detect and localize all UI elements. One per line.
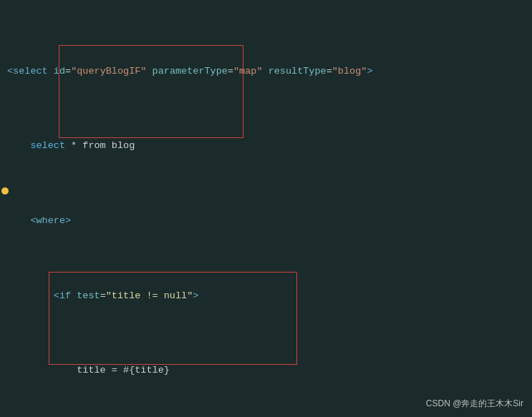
- line-3: <where>: [0, 214, 532, 229]
- line-2: select * from blog: [0, 139, 532, 154]
- code-lines: <select id="queryBlogIF" parameterType="…: [0, 0, 532, 417]
- watermark: CSDN @奔走的王木木Sir: [426, 398, 523, 410]
- line-5: title = #{title}: [0, 363, 532, 378]
- yellow-bullet: [1, 187, 9, 195]
- line-4: <if test="title != null">: [0, 289, 532, 304]
- code-editor: <select id="queryBlogIF" parameterType="…: [0, 0, 532, 417]
- line-1: <select id="queryBlogIF" parameterType="…: [0, 64, 532, 79]
